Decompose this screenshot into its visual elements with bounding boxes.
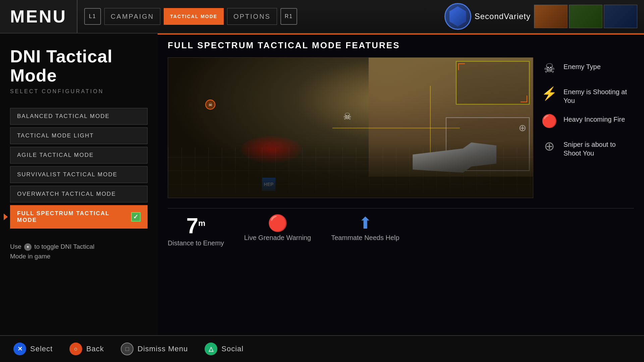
right-panel: FULL SPECTRUM TACTICAL MODE FEATURES ☠ bbox=[158, 34, 644, 335]
header-thumbnails bbox=[534, 5, 637, 28]
bottom-feature-grenade: 🔴 Live Grenade Warning bbox=[244, 215, 311, 242]
mode-list: BALANCED TACTICAL MODE TACTICAL MODE LIG… bbox=[10, 108, 148, 229]
o-button-icon: ○ bbox=[69, 343, 82, 355]
mode-label-agile: AGILE TACTICAL MODE bbox=[17, 152, 94, 159]
avatar bbox=[444, 3, 471, 30]
mode-label-overwatch: OVERWATCH TACTICAL MODE bbox=[17, 191, 116, 197]
nav-r1-button[interactable]: R1 bbox=[280, 8, 297, 25]
distance-row: 7m bbox=[186, 215, 205, 237]
dismiss-label: Dismiss Menu bbox=[138, 345, 188, 353]
mode-checkmark: ✓ bbox=[131, 212, 141, 222]
scene-floor bbox=[168, 142, 533, 198]
teammate-icon: ⬆ bbox=[359, 215, 372, 231]
footer-social-button[interactable]: △ Social bbox=[205, 343, 244, 355]
gameplay-preview: ☠ ☠ HEP ⊕ bbox=[168, 57, 533, 198]
corner-bracket-tl bbox=[458, 63, 465, 70]
feature-item-sniper: ⊕ Sniper is about to Shoot You bbox=[540, 137, 634, 158]
feature-item-enemy-shooting: ⚡ Enemy is Shooting at You bbox=[540, 84, 634, 105]
header-right: SecondVariety bbox=[444, 3, 644, 30]
dpad-icon: ✦ bbox=[24, 243, 32, 251]
features-sidebar: ☠ Enemy Type ⚡ Enemy is Shooting at You … bbox=[540, 57, 634, 198]
social-label: Social bbox=[221, 345, 244, 353]
mode-item-overwatch[interactable]: OVERWATCH TACTICAL MODE bbox=[10, 186, 148, 202]
thumbnail-1 bbox=[534, 5, 568, 28]
toggle-hint: Use ✦ to toggle DNI TacticalMode in game bbox=[10, 242, 148, 261]
x-button-icon: ✕ bbox=[13, 343, 26, 355]
avatar-shield bbox=[449, 6, 466, 26]
skull-icon: ☠ bbox=[540, 59, 558, 77]
hud-horizontal-line bbox=[332, 128, 460, 128]
mode-item-light[interactable]: TACTICAL MODE LIGHT bbox=[10, 127, 148, 144]
content-area: ☠ ☠ HEP ⊕ ☠ Enemy Type bbox=[168, 57, 634, 198]
mode-item-balanced[interactable]: BALANCED TACTICAL MODE bbox=[10, 108, 148, 125]
back-label: Back bbox=[86, 345, 104, 353]
nav-campaign-button[interactable]: CAMPAIGN bbox=[104, 8, 160, 25]
top-accent-bar bbox=[158, 34, 644, 35]
mode-label-light: TACTICAL MODE LIGHT bbox=[17, 132, 94, 139]
mode-label-survivalist: SURVIVALIST TACTICAL MODE bbox=[17, 171, 117, 178]
select-label: Select bbox=[30, 345, 53, 353]
nav-options-button[interactable]: OPTIONS bbox=[227, 8, 277, 25]
sniper-icon: ⊕ bbox=[540, 137, 558, 155]
mode-item-full-spectrum[interactable]: FULL SPECTRUM TACTICAL MODE ✓ bbox=[10, 205, 148, 229]
crosshair-icon: ⊕ bbox=[519, 122, 526, 133]
feature-label-enemy-shooting: Enemy is Shooting at You bbox=[564, 84, 634, 105]
footer-select-button[interactable]: ✕ Select bbox=[13, 343, 53, 355]
header-left: MENU L1 CAMPAIGN TACTICAL MODE OPTIONS R… bbox=[0, 0, 304, 33]
page-title: DNI Tactical Mode bbox=[10, 47, 148, 85]
main-content: DNI Tactical Mode SELECT CONFIGURATION B… bbox=[0, 34, 644, 335]
footer-dismiss-button[interactable]: □ Dismiss Menu bbox=[121, 343, 188, 355]
user-name: SecondVariety bbox=[475, 12, 531, 21]
nav-tactical-mode-button[interactable]: TACTICAL MODE bbox=[164, 8, 224, 25]
bottom-feature-teammate: ⬆ Teammate Needs Help bbox=[331, 215, 399, 242]
mode-item-agile[interactable]: AGILE TACTICAL MODE bbox=[10, 147, 148, 164]
nav-tabs: L1 CAMPAIGN TACTICAL MODE OPTIONS R1 bbox=[77, 0, 304, 33]
mode-label-balanced: BALANCED TACTICAL MODE bbox=[17, 113, 110, 120]
footer-back-button[interactable]: ○ Back bbox=[69, 343, 104, 355]
bottom-feature-distance: 7m Distance to Enemy bbox=[168, 215, 224, 247]
thumbnail-3 bbox=[604, 5, 637, 28]
menu-title: MENU bbox=[10, 6, 67, 26]
tri-button-icon: △ bbox=[205, 343, 217, 355]
distance-value: 7m bbox=[186, 215, 205, 237]
footer: ✕ Select ○ Back □ Dismiss Menu △ Social bbox=[0, 335, 644, 362]
features-title: FULL SPECTRUM TACTICAL MODE FEATURES bbox=[168, 40, 634, 51]
fire-icon: 🔴 bbox=[540, 112, 558, 130]
teammate-label: Teammate Needs Help bbox=[331, 234, 399, 242]
hud-box-top-right bbox=[456, 61, 530, 105]
enemy-skull-marker: ☠ bbox=[343, 111, 352, 122]
feature-item-heavy-fire: 🔴 Heavy Incoming Fire bbox=[540, 112, 634, 130]
page-subtitle: SELECT CONFIGURATION bbox=[10, 88, 148, 95]
feature-label-enemy-type: Enemy Type bbox=[564, 59, 601, 71]
feature-item-enemy-type: ☠ Enemy Type bbox=[540, 59, 634, 77]
feature-label-heavy-fire: Heavy Incoming Fire bbox=[564, 112, 625, 124]
feature-label-sniper: Sniper is about to Shoot You bbox=[564, 137, 634, 158]
menu-logo: MENU bbox=[0, 0, 77, 33]
nav-l1-button[interactable]: L1 bbox=[84, 8, 101, 25]
corner-bracket-br bbox=[521, 96, 527, 102]
bottom-features: 7m Distance to Enemy 🔴 Live Grenade Warn… bbox=[168, 208, 634, 247]
grenade-label: Live Grenade Warning bbox=[244, 234, 311, 242]
lightning-icon: ⚡ bbox=[540, 84, 558, 103]
enemy-marker-1: ☠ bbox=[205, 100, 216, 116]
mode-label-full-spectrum: FULL SPECTRUM TACTICAL MODE bbox=[17, 210, 131, 224]
header: MENU L1 CAMPAIGN TACTICAL MODE OPTIONS R… bbox=[0, 0, 644, 34]
thumbnail-2 bbox=[569, 5, 602, 28]
mode-item-survivalist[interactable]: SURVIVALIST TACTICAL MODE bbox=[10, 166, 148, 183]
distance-label: Distance to Enemy bbox=[168, 239, 224, 247]
enemy-marker-icon: ☠ bbox=[205, 100, 215, 110]
left-panel: DNI Tactical Mode SELECT CONFIGURATION B… bbox=[0, 34, 158, 335]
grenade-icon: 🔴 bbox=[268, 215, 288, 231]
scene-background: ☠ ☠ HEP ⊕ bbox=[168, 58, 533, 198]
sq-button-icon: □ bbox=[121, 343, 133, 355]
